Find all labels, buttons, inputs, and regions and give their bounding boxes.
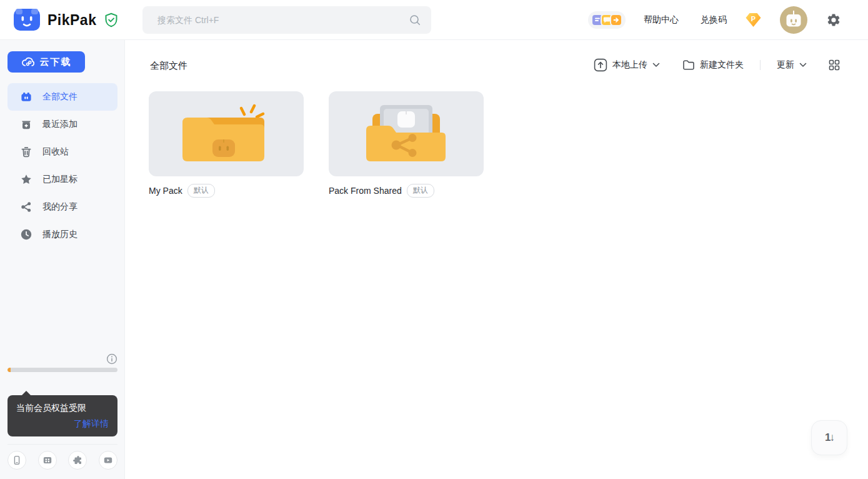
play-history-icon xyxy=(20,228,32,241)
folder-item-pack-from-shared: Pack From Shared 默认 xyxy=(329,91,484,198)
local-upload-label: 本地上传 xyxy=(612,59,647,71)
folder-label-row: My Pack 默认 xyxy=(149,184,304,198)
forward-service-icon[interactable] xyxy=(610,14,622,26)
app-links xyxy=(7,451,117,470)
recently-added-icon xyxy=(20,118,32,131)
storage-info-icon[interactable] xyxy=(106,353,117,365)
folder-name: Pack From Shared xyxy=(329,186,402,196)
sidebar-item-recently-added[interactable]: 最近添加 xyxy=(7,111,117,138)
user-avatar[interactable] xyxy=(780,6,807,34)
sidebar: 云下载 全部文件 xyxy=(0,40,125,479)
sidebar-item-label: 已加星标 xyxy=(42,174,77,185)
sidebar-divider xyxy=(7,444,117,445)
sidebar-item-all-files[interactable]: 全部文件 xyxy=(7,83,117,111)
sidebar-item-label: 播放历史 xyxy=(42,229,77,240)
header: PikPak xyxy=(0,0,868,40)
default-badge: 默认 xyxy=(187,184,215,198)
update-button[interactable]: 更新 xyxy=(777,59,807,71)
pikpak-logo-icon[interactable] xyxy=(14,8,40,31)
star-icon xyxy=(20,173,32,186)
toolbar-divider xyxy=(760,60,761,70)
folder-card-pack-from-shared[interactable] xyxy=(329,91,484,176)
search-bar xyxy=(142,6,431,34)
sidebar-item-my-shares[interactable]: 我的分享 xyxy=(7,193,117,221)
browser-extension-icon[interactable] xyxy=(68,451,87,470)
mini-services-group[interactable] xyxy=(588,11,626,29)
default-folder-illustration xyxy=(182,104,270,169)
trash-icon xyxy=(20,146,32,158)
main-content: 全部文件 本地上传 xyxy=(125,40,868,479)
cloud-download-button[interactable]: 云下载 xyxy=(7,51,85,73)
help-center-link[interactable]: 帮助中心 xyxy=(644,0,679,40)
upload-icon xyxy=(594,58,607,72)
new-folder-icon xyxy=(682,59,695,71)
settings-gear-icon[interactable] xyxy=(826,13,841,28)
security-shield-icon xyxy=(104,13,118,28)
sidebar-item-play-history[interactable]: 播放历史 xyxy=(7,221,117,248)
toolbar: 本地上传 新建文件夹 更新 xyxy=(594,56,841,74)
video-channel-icon[interactable] xyxy=(99,451,117,470)
search-icon[interactable] xyxy=(409,14,421,26)
membership-tooltip: 当前会员权益受限 了解详情 xyxy=(7,395,117,436)
sidebar-item-recycle-bin[interactable]: 回收站 xyxy=(7,138,117,166)
storage-used-segment xyxy=(7,368,11,372)
page-title: 全部文件 xyxy=(150,60,187,72)
storage-usage-bar xyxy=(7,368,117,372)
sidebar-menu: 全部文件 最近添加 xyxy=(0,83,125,248)
sidebar-item-label: 我的分享 xyxy=(42,201,77,213)
folder-label-row: Pack From Shared 默认 xyxy=(329,184,484,198)
sidebar-item-starred[interactable]: 已加星标 xyxy=(7,166,117,193)
update-label: 更新 xyxy=(777,59,794,71)
premium-badge[interactable]: P xyxy=(745,12,762,28)
new-folder-button[interactable]: 新建文件夹 xyxy=(682,59,744,71)
cloud-download-label: 云下载 xyxy=(40,56,72,68)
cloud-link-icon xyxy=(21,56,35,68)
membership-tooltip-title: 当前会员权益受限 xyxy=(16,403,109,414)
redeem-code-link[interactable]: 兑换码 xyxy=(701,0,727,40)
folder-name: My Pack xyxy=(149,186,182,196)
local-upload-button[interactable]: 本地上传 xyxy=(594,58,660,72)
search-input[interactable] xyxy=(157,15,409,25)
brand-title: PikPak xyxy=(47,0,96,40)
tv-app-icon[interactable] xyxy=(38,451,57,470)
sidebar-item-label: 全部文件 xyxy=(42,91,77,103)
mobile-app-icon[interactable] xyxy=(7,451,26,470)
sidebar-item-label: 回收站 xyxy=(42,146,69,158)
view-grid-toggle-icon[interactable] xyxy=(828,59,841,71)
pikpak-app: PikPak xyxy=(0,0,868,479)
sort-order-button[interactable]: 1↓ xyxy=(811,420,847,455)
default-badge: 默认 xyxy=(407,184,434,198)
all-files-icon xyxy=(20,91,32,103)
sort-order-glyph: 1↓ xyxy=(825,431,834,444)
chevron-down-icon xyxy=(799,63,807,68)
share-icon xyxy=(20,201,32,213)
svg-text:P: P xyxy=(751,15,756,23)
chevron-down-icon xyxy=(652,63,660,68)
folder-card-my-pack[interactable] xyxy=(149,91,304,176)
folder-item-my-pack: My Pack 默认 xyxy=(149,91,304,198)
shared-folder-illustration xyxy=(362,104,450,169)
sidebar-item-label: 最近添加 xyxy=(42,119,77,130)
learn-more-link[interactable]: 了解详情 xyxy=(74,418,109,430)
new-folder-label: 新建文件夹 xyxy=(700,59,744,71)
folder-grid: My Pack 默认 xyxy=(149,91,484,198)
